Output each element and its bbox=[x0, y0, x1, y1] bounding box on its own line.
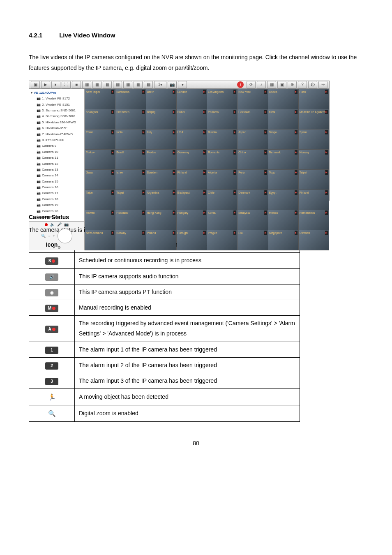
video-tile[interactable]: Germany bbox=[177, 150, 207, 169]
tree-camera-item[interactable]: Camera 11 bbox=[31, 155, 83, 161]
tree-camera-item[interactable]: Camera 10 bbox=[31, 149, 83, 155]
ptz-dial[interactable] bbox=[58, 229, 72, 243]
video-tile[interactable]: Tango bbox=[268, 130, 298, 149]
tree-camera-item[interactable]: 8. iPro NP1000 bbox=[31, 137, 83, 143]
tree-camera-item[interactable]: Camera 18 bbox=[31, 197, 83, 202]
tree-camera-item[interactable]: 2. Vivotek FE-8151 bbox=[31, 102, 83, 108]
toolbar-btn-2[interactable]: ♪ bbox=[257, 81, 266, 88]
tree-camera-item[interactable]: Camera 15 bbox=[31, 179, 83, 185]
video-tile[interactable]: Berlin bbox=[146, 89, 176, 109]
video-tile[interactable]: Mexico bbox=[268, 210, 298, 230]
video-tile[interactable]: Barcelona bbox=[115, 89, 145, 109]
layout-more-icon[interactable]: ▦ bbox=[144, 81, 153, 88]
tree-root[interactable]: VS-12140UPro bbox=[31, 90, 83, 96]
layout-12-icon[interactable]: ▦ bbox=[123, 81, 132, 88]
playback-icon[interactable]: ⏵ bbox=[51, 81, 60, 88]
video-tile[interactable]: Italy bbox=[146, 130, 176, 149]
video-tile[interactable]: Hungary bbox=[177, 210, 207, 230]
tree-camera-item[interactable]: Camera 14 bbox=[31, 173, 83, 178]
video-tile[interactable]: Kichi bbox=[268, 109, 298, 129]
video-tile[interactable]: Algeria bbox=[207, 170, 237, 190]
page-select[interactable]: 1 ▾ bbox=[154, 81, 166, 88]
video-tile[interactable]: Taipei bbox=[115, 190, 145, 210]
video-tile[interactable]: India bbox=[115, 130, 145, 149]
video-tile[interactable]: Egypt bbox=[268, 190, 298, 210]
video-tile[interactable]: Beijing bbox=[146, 109, 176, 129]
video-tile[interactable]: Denmark bbox=[238, 190, 267, 210]
video-tile[interactable]: Russia bbox=[207, 130, 237, 149]
video-tile[interactable]: Paris bbox=[299, 89, 329, 109]
video-tile[interactable]: Netherlands bbox=[299, 210, 329, 230]
video-tile[interactable]: Peru bbox=[238, 170, 267, 190]
tree-camera-item[interactable]: Camera 19 bbox=[31, 202, 83, 208]
layout-16-icon[interactable]: ▦ bbox=[134, 81, 143, 88]
toolbar-btn-7[interactable]: ⏻ bbox=[308, 81, 317, 88]
video-tile[interactable]: Spain bbox=[299, 130, 329, 149]
tree-camera-item[interactable]: Camera 9 bbox=[31, 143, 83, 149]
video-tile[interactable]: Poland bbox=[146, 230, 176, 250]
video-tile[interactable]: Shanghai bbox=[85, 109, 115, 129]
video-tile[interactable]: Brazil bbox=[115, 150, 145, 169]
video-tile[interactable]: Hong Kong bbox=[146, 210, 176, 230]
video-tile[interactable]: Sweden bbox=[299, 230, 329, 250]
video-tile[interactable]: London bbox=[177, 89, 207, 109]
tree-camera-item[interactable]: 6. Hikvision-855F bbox=[31, 125, 83, 131]
tree-camera-item[interactable]: 5. Hikvision 826-NFWD bbox=[31, 120, 83, 125]
video-tile[interactable]: Denmark bbox=[268, 150, 298, 169]
layout-4-icon[interactable]: ▦ bbox=[82, 81, 91, 88]
video-tile[interactable]: Panama bbox=[207, 109, 237, 129]
video-tile[interactable]: Japan bbox=[238, 130, 267, 149]
video-tile[interactable]: Sweden bbox=[146, 170, 176, 190]
play-icon[interactable]: ▶ bbox=[41, 81, 50, 88]
video-tile[interactable]: New Taipei bbox=[85, 89, 115, 109]
video-tile[interactable]: Budapest bbox=[177, 190, 207, 210]
video-tile[interactable]: Chile bbox=[207, 190, 237, 210]
video-tile[interactable]: Prague bbox=[207, 230, 237, 250]
toolbar-btn-8[interactable]: ↪ bbox=[318, 81, 327, 88]
video-tile[interactable]: Taipei bbox=[85, 190, 115, 210]
video-tile[interactable]: USA bbox=[177, 130, 207, 149]
video-tile[interactable]: Hokkaido bbox=[238, 109, 267, 129]
video-tile[interactable]: Romania bbox=[207, 150, 237, 169]
toolbar-btn-6[interactable]: ? bbox=[298, 81, 307, 88]
video-tile[interactable]: China bbox=[238, 150, 267, 169]
layout-6-icon[interactable]: ▦ bbox=[92, 81, 101, 88]
video-tile[interactable]: Korea bbox=[207, 210, 237, 230]
toolbar-btn-3[interactable]: ▦ bbox=[267, 81, 276, 88]
video-tile[interactable]: China bbox=[85, 130, 115, 149]
tree-camera-item[interactable]: 3. Samsung SND-5061 bbox=[31, 108, 83, 113]
video-tile[interactable]: Argentina bbox=[146, 190, 176, 210]
tree-camera-item[interactable]: 1. Vivotek FE-8172 bbox=[31, 96, 83, 102]
video-tile[interactable]: Los Angeles bbox=[207, 89, 237, 109]
alert-icon[interactable]: ! bbox=[237, 81, 244, 88]
toolbar-btn-5[interactable]: ⊕ bbox=[288, 81, 297, 88]
video-tile[interactable]: Singapore bbox=[268, 230, 298, 250]
video-tile[interactable]: Hokkaido bbox=[115, 210, 145, 230]
monitor-icon[interactable]: ▣ bbox=[31, 81, 40, 88]
video-tile[interactable]: Hawaii bbox=[85, 210, 115, 230]
fullscreen-icon[interactable]: ⛶ bbox=[62, 81, 71, 88]
snapshot-icon[interactable]: 📷 bbox=[168, 81, 177, 88]
gear-icon[interactable]: ⚙ bbox=[58, 244, 61, 251]
toolbar-btn-1[interactable]: ⟳ bbox=[247, 81, 256, 88]
video-tile[interactable]: Gaza bbox=[85, 170, 115, 190]
video-tile[interactable]: Rio bbox=[238, 230, 267, 250]
layout-9-icon[interactable]: ▦ bbox=[113, 81, 122, 88]
video-tile[interactable]: Dubai bbox=[177, 109, 207, 129]
single-view-icon[interactable]: ■ bbox=[72, 81, 81, 88]
video-tile[interactable]: Portugal bbox=[177, 230, 207, 250]
video-tile[interactable]: Malaysia bbox=[238, 210, 267, 230]
tree-camera-item[interactable]: Camera 12 bbox=[31, 161, 83, 167]
toolbar-btn-4[interactable]: ▣ bbox=[277, 81, 286, 88]
video-tile[interactable]: Turkey bbox=[85, 150, 115, 169]
tree-camera-item[interactable]: Camera 17 bbox=[31, 190, 83, 196]
video-tile[interactable]: Norway bbox=[299, 150, 329, 169]
video-tile[interactable]: Togo bbox=[268, 170, 298, 190]
tree-camera-item[interactable]: Camera 13 bbox=[31, 167, 83, 173]
video-tile[interactable]: Mexico bbox=[146, 150, 176, 169]
dropdown-icon[interactable]: ▾ bbox=[178, 81, 187, 88]
video-tile[interactable]: Taipei bbox=[299, 170, 329, 190]
video-tile[interactable]: Medellin de Aguilera bbox=[299, 109, 329, 129]
tree-camera-item[interactable]: 4. Samsung SND-7061 bbox=[31, 113, 83, 119]
tree-camera-item[interactable]: 7. Hikvision-754FWD bbox=[31, 132, 83, 137]
